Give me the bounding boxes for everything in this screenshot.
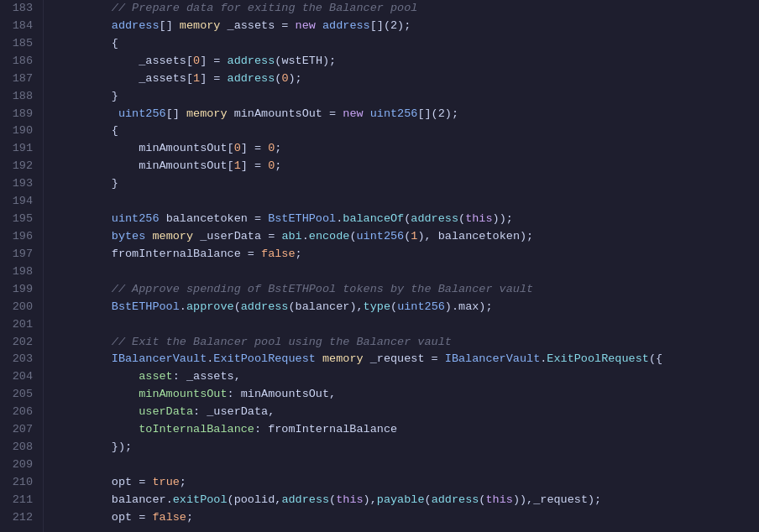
token-punct: ( bbox=[349, 230, 356, 243]
token-bool: false bbox=[152, 511, 186, 524]
token-var: balancer bbox=[296, 300, 350, 313]
line-number: 208 bbox=[7, 439, 33, 456]
token-punct: : bbox=[254, 423, 268, 436]
token-comment: // Prepare data for exiting the Balancer… bbox=[57, 2, 417, 14]
token-func: address bbox=[432, 493, 479, 506]
token-punct: = bbox=[132, 476, 152, 488]
token-punct: ); bbox=[289, 72, 302, 85]
token-func: address bbox=[228, 72, 275, 85]
token-keyword: this bbox=[465, 212, 492, 225]
token-var: poolid bbox=[234, 493, 275, 506]
code-line: userData: _userData, bbox=[57, 404, 759, 421]
token-var: _assets bbox=[57, 72, 186, 85]
token-type: IBalancerVault bbox=[57, 352, 207, 365]
code-line: { bbox=[57, 35, 759, 53]
code-line: } bbox=[57, 175, 759, 193]
token-var: opt bbox=[57, 476, 132, 488]
line-number: 206 bbox=[7, 404, 33, 421]
line-number: 211 bbox=[7, 492, 33, 509]
token-punct: )), bbox=[513, 493, 533, 506]
token-punct: ); bbox=[588, 493, 601, 506]
token-memory: memory bbox=[180, 19, 221, 32]
token-punct: [ bbox=[228, 142, 234, 154]
code-line bbox=[57, 193, 759, 211]
code-line: _assets[0] = address(wstETH); bbox=[57, 53, 759, 70]
token-type: IBalancerVault bbox=[445, 352, 540, 365]
line-number: 192 bbox=[7, 158, 33, 175]
line-number: 205 bbox=[7, 386, 33, 404]
token-var: balancetoken bbox=[438, 230, 520, 243]
token-type: address bbox=[316, 19, 370, 32]
token-type: uint256 bbox=[57, 107, 166, 120]
line-number: 199 bbox=[7, 281, 33, 299]
token-var: fromInternalBalance bbox=[57, 248, 241, 260]
line-number: 185 bbox=[7, 35, 33, 53]
token-type: bytes bbox=[57, 230, 145, 243]
token-number: 0 bbox=[281, 72, 288, 85]
token-func: ExitPoolRequest bbox=[547, 352, 649, 365]
token-func: payable bbox=[377, 493, 425, 506]
token-punct: ( bbox=[234, 300, 241, 313]
code-line bbox=[57, 316, 759, 334]
token-punct: [] bbox=[160, 19, 180, 32]
token-punct: ( bbox=[288, 300, 295, 313]
token-punct: ); bbox=[520, 230, 533, 243]
token-var: max bbox=[458, 300, 479, 313]
line-number: 201 bbox=[7, 316, 33, 334]
token-func: address bbox=[241, 300, 289, 313]
token-var: opt bbox=[57, 511, 132, 524]
token-var: balancetoken = bbox=[160, 212, 269, 225]
line-number: 194 bbox=[7, 193, 33, 211]
token-func: address bbox=[228, 55, 275, 67]
line-number: 203 bbox=[7, 351, 33, 368]
token-type: address bbox=[57, 19, 160, 32]
line-number: 196 bbox=[7, 228, 33, 246]
token-var: minAmountsOut bbox=[57, 142, 228, 154]
line-number: 189 bbox=[7, 106, 33, 123]
token-type: uint256 bbox=[397, 300, 445, 313]
token-keyword: this bbox=[485, 493, 512, 506]
line-number: 207 bbox=[7, 421, 33, 439]
token-var: _assets bbox=[186, 370, 234, 383]
token-type: BstETHPool bbox=[57, 300, 180, 313]
token-punct: ] = bbox=[200, 72, 227, 85]
code-line: { bbox=[57, 123, 759, 140]
token-punct: = bbox=[132, 511, 152, 524]
line-number: 212 bbox=[7, 509, 33, 527]
token-field: asset bbox=[57, 370, 173, 383]
token-type: uint256 bbox=[357, 230, 405, 243]
token-punct: ( bbox=[425, 493, 432, 506]
code-line: } bbox=[57, 88, 759, 106]
token-punct: ); bbox=[322, 55, 336, 67]
token-keyword: new bbox=[296, 19, 316, 32]
code-line: opt = false; bbox=[57, 509, 759, 527]
token-punct: ). bbox=[445, 300, 458, 313]
token-punct: _assets = bbox=[220, 19, 295, 32]
token-memory: memory bbox=[322, 352, 364, 365]
code-content: // Prepare data for exiting the Balancer… bbox=[44, 0, 759, 532]
token-punct: ), bbox=[417, 230, 437, 243]
token-number: 1 bbox=[234, 159, 241, 172]
line-number: 187 bbox=[7, 70, 33, 88]
token-var: minAmountsOut bbox=[57, 159, 228, 172]
code-line: // Prepare data for exiting the Balancer… bbox=[57, 0, 759, 18]
token-var: balancer bbox=[57, 493, 166, 506]
token-punct: [ bbox=[228, 159, 234, 172]
line-number: 186 bbox=[7, 53, 33, 70]
token-punct: ( bbox=[390, 300, 397, 313]
token-comment: // Exit the Balancer pool using the Bala… bbox=[57, 336, 452, 348]
code-line: IBalancerVault.ExitPoolRequest memory _r… bbox=[57, 351, 759, 368]
token-punct: ( bbox=[228, 493, 234, 506]
token-punct: ({ bbox=[649, 352, 662, 365]
token-punct: _request = bbox=[364, 352, 445, 365]
token-punct: { bbox=[57, 37, 118, 50]
code-line: toInternalBalance: fromInternalBalance bbox=[57, 421, 759, 439]
code-line bbox=[57, 263, 759, 281]
code-line: // Exit the Balancer pool using the Bala… bbox=[57, 334, 759, 352]
token-bool: false bbox=[261, 248, 296, 260]
line-number: 210 bbox=[7, 474, 33, 492]
token-type: ExitPoolRequest bbox=[213, 352, 316, 365]
code-line: asset: _assets, bbox=[57, 368, 759, 386]
line-number: 209 bbox=[7, 456, 33, 474]
code-line: minAmountsOut[0] = 0; bbox=[57, 140, 759, 158]
